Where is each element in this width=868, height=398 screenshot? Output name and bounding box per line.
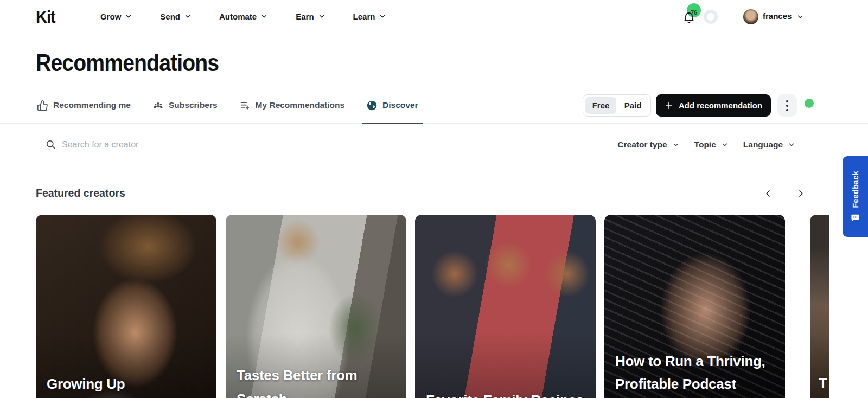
kebab-dot: [786, 100, 788, 102]
creator-card-favorite-family-recipes[interactable]: Favorite Family Recipes: [415, 215, 596, 398]
creator-card-partial[interactable]: T: [810, 215, 829, 398]
filter-label: Language: [743, 140, 783, 150]
tab-subscribers[interactable]: Subscribers: [148, 87, 222, 124]
add-recommendation-button[interactable]: Add recommendation: [656, 94, 771, 117]
card-title: T: [819, 372, 829, 395]
tabs-toolbar-row: Recommending me Subscribers My Recommend…: [0, 87, 868, 124]
nav-item-label: Grow: [100, 12, 121, 21]
free-segment[interactable]: Free: [585, 97, 616, 114]
card-title-line: Tastes Better from: [237, 364, 399, 387]
nav-item-learn[interactable]: Learn: [353, 12, 387, 21]
language-filter[interactable]: Language: [743, 140, 795, 150]
carousel-prev-button[interactable]: [763, 188, 774, 199]
chevron-down-icon: [788, 141, 795, 149]
tab-label: Discover: [382, 100, 418, 110]
chevron-down-icon: [318, 12, 326, 20]
bell-icon: [682, 11, 695, 24]
filter-label: Creator type: [617, 140, 667, 150]
chevron-left-icon: [763, 188, 774, 199]
feedback-bubble-icon: [851, 213, 860, 222]
filter-group: Creator type Topic Language: [617, 124, 795, 165]
tab-discover[interactable]: Discover: [362, 87, 422, 124]
creator-type-filter[interactable]: Creator type: [617, 140, 679, 150]
tab-recommending-me[interactable]: Recommending me: [33, 87, 135, 124]
notifications-button[interactable]: 76: [682, 9, 701, 27]
people-icon: [152, 100, 164, 111]
featured-creators-carousel: Growing Up Tastes Better from Scratch Fa…: [36, 215, 829, 398]
nav-item-label: Earn: [296, 12, 314, 21]
search-filters-row: Creator type Topic Language: [0, 124, 868, 165]
filter-label: Topic: [694, 140, 716, 150]
chevron-down-icon: [125, 12, 132, 20]
list-icon: [239, 100, 251, 111]
feedback-label: Feedback: [851, 171, 860, 208]
nav-item-automate[interactable]: Automate: [219, 12, 268, 21]
creator-card-growing-up[interactable]: Growing Up: [36, 215, 216, 398]
user-name[interactable]: frances: [763, 11, 792, 21]
nav-item-label: Learn: [353, 12, 375, 21]
kebab-dot: [786, 109, 788, 111]
primary-nav: Grow Send Automate Earn Learn: [100, 0, 386, 33]
topic-filter[interactable]: Topic: [694, 140, 729, 150]
user-menu-chevron-icon[interactable]: [796, 13, 804, 21]
page-title: Recommendations: [36, 49, 219, 77]
plus-icon: [665, 101, 673, 110]
free-paid-toggle: Free Paid: [583, 94, 651, 117]
card-title-line: How to Run a Thriving,: [615, 350, 777, 373]
kit-logo[interactable]: Kit: [36, 7, 55, 27]
nav-item-earn[interactable]: Earn: [296, 12, 325, 21]
paid-segment[interactable]: Paid: [617, 97, 648, 114]
card-title-line: Scratch: [237, 388, 399, 398]
status-green-dot: [805, 99, 814, 108]
tab-my-recommendations[interactable]: My Recommendations: [235, 87, 349, 124]
globe-icon: [366, 100, 378, 111]
nav-item-label: Automate: [219, 12, 257, 21]
creator-search-input[interactable]: [62, 136, 496, 154]
thumbs-up-icon: [37, 100, 48, 111]
tab-label: Subscribers: [169, 100, 218, 110]
card-title: Growing Up: [47, 373, 209, 396]
featured-creators-heading: Featured creators: [36, 187, 125, 200]
chevron-right-icon: [795, 188, 806, 199]
card-title-line: Profitable Podcast: [615, 373, 777, 396]
nav-item-label: Send: [160, 12, 180, 21]
chevron-down-icon: [260, 12, 268, 20]
add-recommendation-label: Add recommendation: [679, 101, 762, 110]
chevron-down-icon: [672, 141, 680, 149]
feedback-tab[interactable]: Feedback: [843, 156, 868, 237]
search-icon: [46, 139, 56, 150]
chevron-down-icon: [721, 141, 729, 149]
usage-progress-ring[interactable]: [704, 10, 718, 24]
recommendations-page: Kit Grow Send Automate Earn Learn: [0, 0, 868, 398]
tab-label: My Recommendations: [256, 100, 345, 110]
creator-card-thriving-podcast[interactable]: How to Run a Thriving, Profitable Podcas…: [604, 215, 785, 398]
chevron-down-icon: [184, 12, 192, 20]
carousel-next-button[interactable]: [795, 188, 806, 199]
card-title: Favorite Family Recipes: [426, 389, 588, 398]
nav-item-send[interactable]: Send: [160, 12, 192, 21]
user-avatar[interactable]: [743, 9, 758, 24]
chevron-down-icon: [379, 12, 386, 20]
kebab-dot: [786, 105, 788, 107]
tab-label: Recommending me: [53, 100, 131, 110]
tab-list: Recommending me Subscribers My Recommend…: [33, 87, 423, 124]
top-navigation: Kit Grow Send Automate Earn Learn: [0, 0, 868, 33]
nav-item-grow[interactable]: Grow: [100, 12, 132, 21]
creator-card-tastes-better-from-scratch[interactable]: Tastes Better from Scratch: [226, 215, 406, 398]
more-options-button[interactable]: [777, 94, 797, 117]
